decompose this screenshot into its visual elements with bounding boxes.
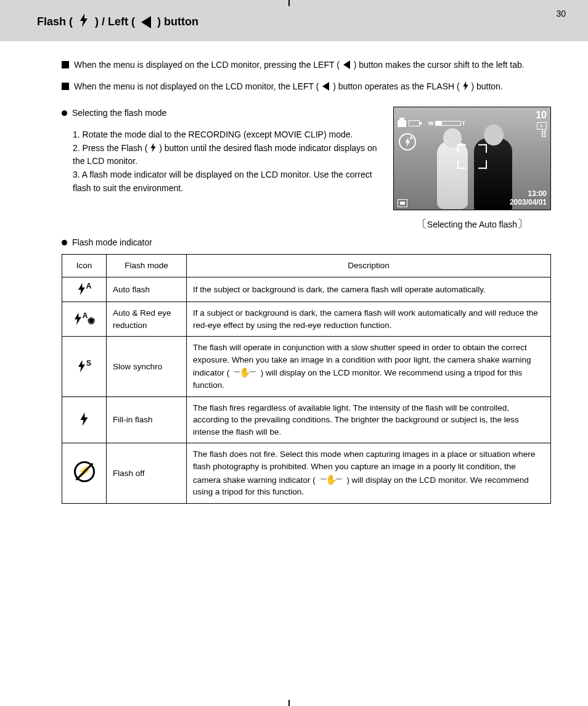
cell-desc: The flash does not fire. Select this mod… xyxy=(187,443,551,503)
table-header-row: Icon Flash mode Description xyxy=(62,255,551,277)
zoom-t: T xyxy=(462,120,466,126)
camera-mode-icon xyxy=(398,120,406,127)
cell-mode: Fill-in flash xyxy=(107,396,187,443)
crop-mark-bottom xyxy=(288,700,290,706)
flash-icon xyxy=(79,14,89,30)
table-row: A Auto flash If the subject or backgroun… xyxy=(62,277,551,302)
memory-card-icon xyxy=(398,199,407,207)
auto-redeye-flash-icon: A◉ xyxy=(73,311,96,326)
lcd-bottombar: 13:00 2003/04/01 xyxy=(398,190,547,207)
th-icon: Icon xyxy=(62,255,107,277)
left-triangle-icon xyxy=(343,60,350,69)
zoom-indicator: W T xyxy=(428,120,465,126)
step-2: 2. Press the Flash ( ) button until the … xyxy=(73,142,382,168)
cell-mode: Auto & Red eye reduction xyxy=(107,302,187,337)
lcd-topbar: W T 10 L ⠿ xyxy=(398,110,547,137)
step-2a: 2. Press the Flash ( xyxy=(73,143,147,153)
intro-row-1: When the menu is displayed on the LCD mo… xyxy=(62,59,551,72)
intro-2b: ) button operates as the FLASH ( xyxy=(333,81,459,91)
dot-bullet-icon xyxy=(62,110,67,116)
th-desc: Description xyxy=(187,255,551,277)
cell-desc: If a subject or background is dark, the … xyxy=(187,302,551,337)
intro-2c: ) button. xyxy=(471,81,502,91)
shots-remaining: 10 xyxy=(536,110,547,121)
step-1: 1. Rotate the mode dial to the RECORDING… xyxy=(73,128,382,142)
cell-icon: A◉ xyxy=(62,302,107,337)
cell-icon xyxy=(62,443,107,503)
battery-icon xyxy=(409,120,420,126)
cell-mode: Slow synchro xyxy=(107,337,187,396)
table-row: A◉ Auto & Red eye reduction If a subject… xyxy=(62,302,551,337)
flash-icon xyxy=(462,81,472,91)
flash-mode-indicator: A xyxy=(399,133,416,150)
selecting-heading-row: Selecting the flash mode xyxy=(62,107,382,120)
lcd-time: 13:00 xyxy=(510,190,547,199)
crop-mark-top xyxy=(288,0,290,6)
slow-synchro-flash-icon: S xyxy=(77,358,91,374)
flash-mode-table: Icon Flash mode Description A Auto flash… xyxy=(62,254,551,504)
cell-mode: Flash off xyxy=(107,443,187,503)
lcd-caption: 〔Selecting the Auto flash〕 xyxy=(393,216,551,231)
intro-2a: When the menu is not displayed on the LC… xyxy=(74,81,319,91)
fill-in-flash-icon xyxy=(79,412,89,427)
focus-brackets-icon xyxy=(457,144,487,169)
intro-row-2: When the menu is not displayed on the LC… xyxy=(62,80,551,93)
lcd-screenshot: W T 10 L ⠿ A xyxy=(393,107,551,210)
header-text-3: ) button xyxy=(157,15,198,28)
square-bullet-icon xyxy=(62,83,69,90)
cell-desc: The flash fires regardless of available … xyxy=(187,396,551,443)
table-row: Flash off The flash does not fire. Selec… xyxy=(62,443,551,503)
cell-icon xyxy=(62,396,107,443)
lcd-date: 2003/04/01 xyxy=(510,199,547,207)
quality-icon: L xyxy=(537,122,547,129)
intro-1a: When the menu is displayed on the LCD mo… xyxy=(74,60,340,70)
cell-desc: If the subject or background is dark, th… xyxy=(187,277,551,302)
page-number: 30 xyxy=(556,9,566,18)
intro-text-1: When the menu is displayed on the LCD mo… xyxy=(74,59,551,72)
left-triangle-icon xyxy=(141,16,151,28)
quality-dots-icon: ⠿ xyxy=(536,132,547,137)
step-3: 3. A flash mode indicator will be displa… xyxy=(73,168,382,195)
page-content: When the menu is displayed on the LCD mo… xyxy=(0,41,588,516)
flash-icon xyxy=(150,143,159,153)
table-heading: Flash mode indicator xyxy=(72,236,551,249)
auto-flash-icon: A xyxy=(77,281,92,297)
lcd-caption-text: Selecting the Auto flash xyxy=(427,220,517,229)
zoom-w: W xyxy=(428,120,434,126)
cell-desc: The flash will operate in conjunction wi… xyxy=(187,337,551,396)
left-triangle-icon xyxy=(322,82,329,91)
table-heading-row: Flash mode indicator xyxy=(62,236,551,249)
th-mode: Flash mode xyxy=(107,255,187,277)
intro-text-2: When the menu is not displayed on the LC… xyxy=(74,80,551,93)
camera-shake-icon: ✋ xyxy=(232,366,258,379)
section-header: Flash ( ) / Left ( ) button xyxy=(0,0,588,41)
dot-bullet-icon xyxy=(62,240,67,245)
table-row: Fill-in flash The flash fires regardless… xyxy=(62,396,551,443)
zoom-bar-icon xyxy=(435,121,461,126)
intro-1b: ) button makes the cursor shift to the l… xyxy=(354,60,525,70)
selecting-heading: Selecting the flash mode xyxy=(72,107,382,120)
camera-shake-icon: ✋ xyxy=(318,473,345,486)
square-bullet-icon xyxy=(62,61,69,68)
cell-icon: S xyxy=(62,337,107,396)
steps-block: 1. Rotate the mode dial to the RECORDING… xyxy=(62,128,382,195)
flash-off-icon xyxy=(74,461,95,482)
header-text-1: Flash ( xyxy=(37,15,73,28)
header-text-2: ) / Left ( xyxy=(95,15,135,28)
table-row: S Slow synchro The flash will operate in… xyxy=(62,337,551,396)
cell-mode: Auto flash xyxy=(107,277,187,302)
cell-icon: A xyxy=(62,277,107,302)
